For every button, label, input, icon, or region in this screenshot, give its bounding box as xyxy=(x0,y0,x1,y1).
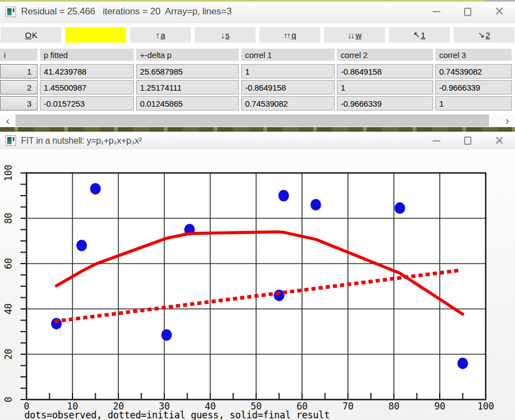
table-cell[interactable]: 41.4239788 xyxy=(40,64,134,78)
table-cell[interactable]: 1.25174111 xyxy=(136,80,239,95)
yellow-status-button[interactable] xyxy=(65,27,126,43)
svg-text:100: 100 xyxy=(477,401,494,412)
corner-2-button[interactable]: ↘ 2 xyxy=(454,27,514,43)
maximize-button[interactable] xyxy=(452,0,483,23)
step-down-s-button[interactable]: ↓ s xyxy=(195,27,256,43)
svg-text:20: 20 xyxy=(3,349,14,360)
table-cell[interactable]: -0.9666339 xyxy=(435,80,512,95)
svg-text:60: 60 xyxy=(3,258,14,269)
fit-plot-app-icon xyxy=(6,135,16,146)
results-titlebar: Residual = 25.466 iterations = 20 Array=… xyxy=(0,0,515,23)
close-icon: ✕ xyxy=(494,6,504,18)
table-cell[interactable]: 1 xyxy=(435,96,512,111)
header-i: i xyxy=(0,49,38,61)
horizontal-scrollbar[interactable]: ‹ › xyxy=(0,114,515,127)
icon-mark xyxy=(13,137,14,141)
header-correl-1: correl 1 xyxy=(241,49,335,61)
fast-down-w-button[interactable]: ↓↓ w xyxy=(324,27,385,43)
down-arrow-icon: ↓ xyxy=(221,30,225,40)
table-cell[interactable]: 0.74539082 xyxy=(241,96,335,111)
up-arrow-icon: ↑ xyxy=(155,30,160,40)
double-down-arrow-icon: ↓↓ xyxy=(347,30,355,40)
minimize-icon xyxy=(433,11,440,12)
results-window-title: Residual = 25.466 iterations = 20 Array=… xyxy=(21,0,232,23)
svg-text:40: 40 xyxy=(3,303,14,314)
toolbar: OK ↑ a ↓ s ↑↑ q ↓↓ w ↖ 1 ↘ 2 xyxy=(1,27,514,43)
up-left-arrow-icon: ↖ xyxy=(413,30,420,40)
icon-mark xyxy=(13,8,14,12)
header-delta-p: +-delta p xyxy=(136,49,239,61)
svg-text:80: 80 xyxy=(3,213,14,224)
close-button[interactable]: ✕ xyxy=(483,132,515,149)
plot-window: FIT in a nutshell: y=p₁+p₂x+p₃x² ✕ 01020… xyxy=(0,132,515,420)
minimize-button[interactable] xyxy=(420,132,452,149)
double-up-arrow-icon: ↑↑ xyxy=(284,30,291,40)
row-2-index[interactable]: 2 xyxy=(0,80,38,95)
table-cell[interactable]: 25.6587985 xyxy=(136,64,239,78)
maximize-icon xyxy=(464,136,471,145)
plot-window-title: FIT in a nutshell: y=p₁+p₂x+p₃x² xyxy=(21,132,142,149)
table-cell[interactable]: 1.45500987 xyxy=(40,80,134,95)
table-header-row: i p fitted +-delta p correl 1 correl 2 c… xyxy=(0,49,515,61)
plot-window-controls: ✕ xyxy=(420,132,515,149)
minimize-icon xyxy=(433,140,440,141)
icon-teal-pane xyxy=(7,8,12,15)
ok-button[interactable]: OK xyxy=(1,27,61,43)
scrollbar-thumb[interactable] xyxy=(15,114,489,127)
close-button[interactable]: ✕ xyxy=(483,0,515,23)
table-cell[interactable]: -0.9666339 xyxy=(337,96,433,111)
scroll-left-icon[interactable]: ‹ xyxy=(0,114,15,127)
background-window-sliver xyxy=(0,0,515,2)
maximize-button[interactable] xyxy=(452,132,483,149)
table-cell[interactable]: 1 xyxy=(241,64,335,78)
table-cell[interactable]: 0.74539082 xyxy=(435,64,512,78)
results-window: Residual = 25.466 iterations = 20 Array=… xyxy=(0,0,515,127)
close-icon: ✕ xyxy=(494,135,504,147)
corner-1-button[interactable]: ↖ 1 xyxy=(389,27,450,43)
table-cell[interactable]: 1 xyxy=(337,80,433,95)
plot-titlebar: FIT in a nutshell: y=p₁+p₂x+p₃x² ✕ xyxy=(0,132,515,149)
screen: Residual = 25.466 iterations = 20 Array=… xyxy=(0,0,515,420)
step-up-a-button[interactable]: ↑ a xyxy=(130,27,191,43)
table-cell[interactable]: -0.8649158 xyxy=(241,80,335,95)
header-p-fitted: p fitted xyxy=(40,49,134,61)
row-3-index[interactable]: 3 xyxy=(0,96,38,111)
table-cell[interactable]: -0.8649158 xyxy=(337,64,433,78)
plot-caption: dots=observed, dotted=initial guess, sol… xyxy=(24,410,330,420)
header-correl-3: correl 3 xyxy=(435,49,512,61)
svg-text:0: 0 xyxy=(3,397,14,402)
results-window-controls: ✕ xyxy=(420,0,515,23)
svg-text:80: 80 xyxy=(388,401,399,412)
table-cell[interactable]: -0.0157253 xyxy=(40,96,134,111)
row-1-index[interactable]: 1 xyxy=(0,64,38,78)
header-correl-2: correl 2 xyxy=(337,49,433,61)
maximize-icon xyxy=(464,8,471,16)
down-right-arrow-icon: ↘ xyxy=(478,30,485,40)
svg-text:100: 100 xyxy=(3,165,14,181)
svg-text:90: 90 xyxy=(434,401,445,412)
fit-plot: 0102030405060708090100020406080100dots=o… xyxy=(0,149,515,420)
minimize-button[interactable] xyxy=(420,0,452,23)
table-body: 1 41.4239788 25.6587985 1 -0.8649158 0.7… xyxy=(0,64,515,111)
table-cell[interactable]: 0.01245865 xyxy=(136,96,239,111)
scroll-right-icon[interactable]: › xyxy=(500,114,515,127)
icon-teal-pane xyxy=(7,137,12,144)
fit-array-app-icon xyxy=(6,7,16,17)
occluded-window-strip xyxy=(0,127,515,132)
svg-text:70: 70 xyxy=(342,401,353,412)
fast-up-q-button[interactable]: ↑↑ q xyxy=(259,27,320,43)
